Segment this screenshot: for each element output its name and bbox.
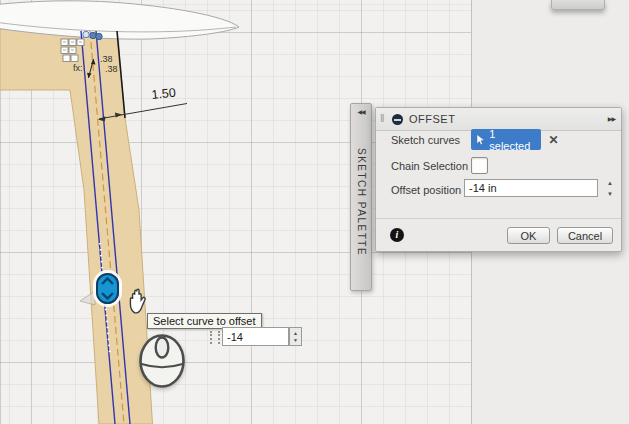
offset-value-input[interactable] — [222, 327, 289, 346]
selection-chip[interactable]: 1 selected — [471, 129, 541, 150]
expand-right-icon[interactable]: ▶▶ — [608, 115, 615, 122]
clear-selection-icon[interactable]: ✕ — [547, 134, 560, 147]
fusion-sketch-viewport: fx: .38 .38 1.50 Select curve to offset — [0, 0, 629, 424]
info-icon[interactable]: i — [390, 228, 404, 242]
dialog-grip-icon[interactable]: ‖ — [380, 112, 385, 124]
ok-button[interactable]: OK — [507, 227, 550, 244]
dialog-separator — [376, 218, 621, 219]
spinner-up-icon[interactable]: ▲ — [607, 180, 613, 187]
spinner-up-icon[interactable]: ▲ — [293, 330, 298, 337]
mouse-hint-icon — [137, 333, 187, 393]
mouse-wheel-icon — [156, 338, 169, 358]
small-dim-top: .38 — [100, 54, 113, 64]
fx-label: fx: — [73, 63, 83, 73]
cursor-arrow-icon — [476, 134, 485, 146]
offset-position-spinner[interactable]: ▲ ▼ — [604, 180, 616, 198]
spinner-down-icon[interactable]: ▼ — [607, 191, 613, 198]
hand-cursor-icon — [126, 285, 152, 315]
spinner-down-icon[interactable]: ▼ — [293, 337, 298, 344]
offset-command-icon — [392, 114, 403, 125]
collapse-left-icon[interactable]: ◀◀ — [357, 108, 364, 115]
sketch-profile-region[interactable] — [0, 29, 153, 424]
selection-chip-label: 1 selected — [489, 128, 536, 152]
floating-input-spinner[interactable]: ▲ ▼ — [289, 327, 302, 346]
offset-drag-manipulator[interactable] — [95, 272, 121, 306]
small-dim-bottom: .38 — [105, 64, 118, 74]
sketch-curves-label: Sketch curves — [391, 134, 460, 146]
offset-position-label: Offset position — [391, 184, 461, 196]
sketch-palette-strip[interactable]: ◀◀ SKETCH PALETTE — [350, 103, 372, 291]
dimension-value: 1.50 — [151, 86, 177, 102]
sketch-palette-title: SKETCH PALETTE — [356, 115, 367, 290]
offset-position-input[interactable] — [464, 179, 598, 197]
ghost-cursor-artifact — [80, 291, 95, 305]
chain-selection-label: Chain Selection — [391, 160, 468, 172]
chain-selection-checkbox[interactable] — [471, 157, 488, 174]
floating-input-drag-handle[interactable] — [210, 331, 220, 344]
model-slab-fragment — [551, 0, 605, 10]
offset-dialog: ‖ OFFSET ▶▶ Sketch curves 1 selected ✕ C… — [375, 107, 622, 252]
cancel-button[interactable]: Cancel — [557, 227, 613, 244]
body-silhouette-lens[interactable] — [0, 1, 239, 39]
dialog-title: OFFSET — [409, 113, 455, 125]
